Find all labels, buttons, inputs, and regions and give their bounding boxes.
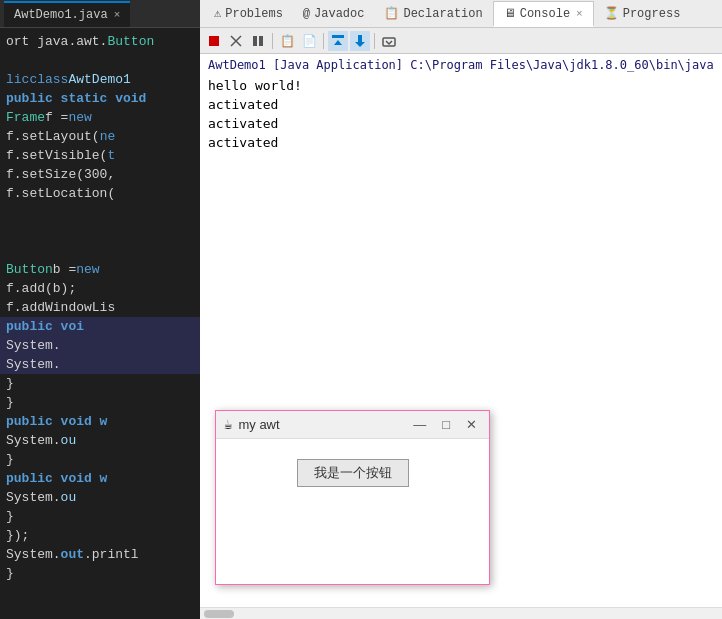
- code-line: f.add(b);: [0, 279, 200, 298]
- tab-console-close[interactable]: ×: [576, 8, 583, 20]
- console-icon: 🖥: [504, 6, 516, 21]
- java-window-title: my awt: [238, 417, 409, 432]
- java-window-body: 我是一个按钮: [216, 439, 489, 584]
- code-content: ort java.awt.Button lic class AwtDemo1 p…: [0, 28, 200, 619]
- code-editor: AwtDemo1.java × ort java.awt.Button lic …: [0, 0, 200, 619]
- code-line: [0, 51, 200, 70]
- code-line: }: [0, 564, 200, 583]
- progress-icon: ⏳: [604, 6, 619, 21]
- code-line: f.setLayout(ne: [0, 127, 200, 146]
- svg-rect-4: [259, 36, 263, 46]
- pin-button[interactable]: [350, 31, 370, 51]
- code-line: lic class AwtDemo1: [0, 70, 200, 89]
- svg-marker-6: [334, 40, 342, 45]
- code-line: public void w: [0, 412, 200, 431]
- console-line-2: activated: [208, 95, 714, 114]
- copy-button[interactable]: 📋: [277, 31, 297, 51]
- editor-tab-bar: AwtDemo1.java ×: [0, 0, 200, 28]
- stop-button[interactable]: [204, 31, 224, 51]
- problems-icon: ⚠: [214, 6, 221, 21]
- main-container: AwtDemo1.java × ort java.awt.Button lic …: [0, 0, 722, 619]
- tab-console-label: Console: [520, 7, 570, 21]
- code-line: Frame f = new: [0, 108, 200, 127]
- code-line: f.setVisible(t: [0, 146, 200, 165]
- toolbar-separator-2: [323, 33, 324, 49]
- console-line-1: hello world!: [208, 76, 714, 95]
- tab-javadoc-label: Javadoc: [314, 7, 364, 21]
- tab-declaration[interactable]: 📋 Declaration: [374, 1, 492, 27]
- declaration-icon: 📋: [384, 6, 399, 21]
- java-awt-window[interactable]: ☕ my awt — □ ✕ 我是一个按钮: [215, 410, 490, 585]
- pause-button[interactable]: [248, 31, 268, 51]
- code-line: System.ou: [0, 431, 200, 450]
- java-window-titlebar[interactable]: ☕ my awt — □ ✕: [216, 411, 489, 439]
- code-line: public static void: [0, 89, 200, 108]
- code-line: Button b = new: [0, 260, 200, 279]
- code-line: f.addWindowLis: [0, 298, 200, 317]
- maximize-button[interactable]: □: [438, 417, 454, 432]
- svg-rect-3: [253, 36, 257, 46]
- code-line: }: [0, 374, 200, 393]
- code-line: [0, 203, 200, 222]
- code-line: }: [0, 450, 200, 469]
- code-line: f.setLocation(: [0, 184, 200, 203]
- tab-problems-label: Problems: [225, 7, 283, 21]
- editor-tab-awtdemo1[interactable]: AwtDemo1.java ×: [4, 1, 130, 27]
- svg-rect-5: [332, 35, 344, 38]
- code-line: public void w: [0, 469, 200, 488]
- tab-declaration-label: Declaration: [403, 7, 482, 21]
- open-console-button[interactable]: [379, 31, 399, 51]
- editor-tab-close[interactable]: ×: [114, 9, 121, 21]
- paste-button[interactable]: 📄: [299, 31, 319, 51]
- console-toolbar: 📋 📄: [200, 28, 722, 54]
- horizontal-scrollbar[interactable]: [200, 607, 722, 619]
- code-line: });: [0, 526, 200, 545]
- top-tab-bar: ⚠ Problems @ Javadoc 📋 Declaration 🖥 Con…: [200, 0, 722, 28]
- editor-tab-label: AwtDemo1.java: [14, 8, 108, 22]
- javadoc-icon: @: [303, 7, 310, 21]
- tab-progress-label: Progress: [623, 7, 681, 21]
- svg-rect-0: [209, 36, 219, 46]
- close-button[interactable]: ✕: [462, 417, 481, 432]
- code-line: f.setSize(300,: [0, 165, 200, 184]
- svg-rect-7: [358, 35, 362, 42]
- code-line: }: [0, 393, 200, 412]
- code-line: System.: [0, 336, 200, 355]
- console-line-4: activated: [208, 133, 714, 152]
- code-line: [0, 241, 200, 260]
- code-line: public voi: [0, 317, 200, 336]
- code-line: System.ou: [0, 488, 200, 507]
- console-line-3: activated: [208, 114, 714, 133]
- java-awt-button[interactable]: 我是一个按钮: [297, 459, 409, 487]
- code-line: ort java.awt.Button: [0, 32, 200, 51]
- minimize-button[interactable]: —: [409, 417, 430, 432]
- tab-problems[interactable]: ⚠ Problems: [204, 1, 293, 27]
- java-window-icon: ☕: [224, 416, 232, 433]
- toolbar-separator-3: [374, 33, 375, 49]
- console-path: AwtDemo1 [Java Application] C:\Program F…: [208, 58, 714, 72]
- svg-marker-8: [355, 42, 365, 47]
- java-window-controls: — □ ✕: [409, 417, 481, 432]
- tab-javadoc[interactable]: @ Javadoc: [293, 1, 375, 27]
- scroll-down-button[interactable]: [328, 31, 348, 51]
- toolbar-separator: [272, 33, 273, 49]
- remove-button[interactable]: [226, 31, 246, 51]
- tab-console[interactable]: 🖥 Console ×: [493, 1, 594, 27]
- code-line: }: [0, 507, 200, 526]
- code-line: System.: [0, 355, 200, 374]
- code-line: [0, 222, 200, 241]
- code-line: System.out.printl: [0, 545, 200, 564]
- scrollbar-thumb[interactable]: [204, 610, 234, 618]
- tab-progress[interactable]: ⏳ Progress: [594, 1, 691, 27]
